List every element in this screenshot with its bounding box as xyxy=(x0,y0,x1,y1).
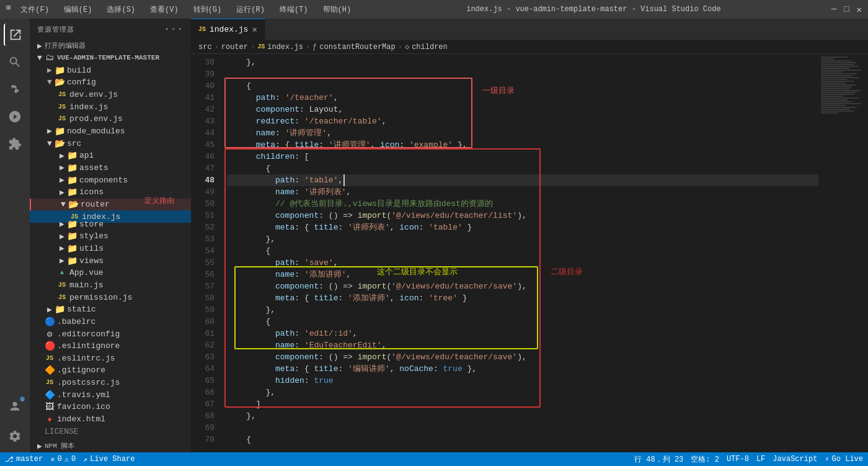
tab-close-button[interactable]: ✕ xyxy=(252,24,257,35)
dev-env-label: dev.env.js xyxy=(69,90,118,99)
ln-60: 60 xyxy=(191,316,215,328)
breadcrumb-src[interactable]: src xyxy=(198,43,212,52)
activity-account[interactable]: 3 xyxy=(4,395,26,418)
mini-line-5 xyxy=(821,64,854,65)
gitignore-label: .gitignore xyxy=(57,365,105,375)
editorconfig-icon: ⚙ xyxy=(45,329,55,339)
tree-item-api[interactable]: ▶ 📁 api xyxy=(30,150,191,162)
activity-source-control[interactable] xyxy=(4,78,26,101)
status-bar: ⎇ master ✕ 0 ⚠ 0 ↗ Live Share 行 48，列 23 … xyxy=(0,452,868,466)
folder-icon: 📁 xyxy=(55,65,64,75)
activity-explorer[interactable] xyxy=(4,24,26,46)
project-root[interactable]: ▼ 🗂 VUE-ADMIN-TEMPLATE-MASTER xyxy=(30,52,191,65)
tab-index-js[interactable]: JS index.js ✕ xyxy=(191,19,265,40)
tree-item-babelrc[interactable]: 🔵 .babelrc xyxy=(30,316,191,328)
tree-item-permission[interactable]: JS permission.js xyxy=(30,291,191,303)
tree-item-gitignore[interactable]: 🔶 .gitignore xyxy=(30,364,191,377)
tree-item-prod-env[interactable]: JS prod.env.js xyxy=(30,113,191,125)
html-icon: ◆ xyxy=(45,414,55,424)
menu-run[interactable]: 运行(R) xyxy=(231,3,270,16)
gitignore-icon: 🔶 xyxy=(45,365,55,375)
ln-59: 59 xyxy=(191,304,215,316)
tree-item-src[interactable]: ▼ 📂 src xyxy=(30,137,191,150)
code-content[interactable]: 一级目录 二级目录 这个二级目录不会显示 }, xyxy=(222,54,818,448)
spaces-item[interactable]: 空格: 2 xyxy=(691,454,719,465)
tree-item-main-js[interactable]: JS main.js xyxy=(30,279,191,292)
menu-view[interactable]: 查看(V) xyxy=(145,3,184,16)
cursor-position-item[interactable]: 行 48，列 23 xyxy=(634,454,683,465)
babelrc-icon: 🔵 xyxy=(45,316,55,326)
open-editors-section[interactable]: ▶ 打开的编辑器 xyxy=(30,40,191,52)
static-label: static xyxy=(67,305,96,314)
mini-line-15 xyxy=(821,83,846,84)
menu-goto[interactable]: 转到(G) xyxy=(188,3,227,16)
menu-edit[interactable]: 编辑(E) xyxy=(59,3,97,16)
titlebar-left: ⊞ 文件(F) 编辑(E) 选择(S) 查看(V) 转到(G) 运行(R) 终端… xyxy=(6,3,356,16)
npm-section[interactable]: ▶ NPM 脚本 xyxy=(30,440,191,452)
components-label: components xyxy=(79,176,128,185)
tree-item-store[interactable]: ▶ 📁 store xyxy=(30,218,191,230)
maximize-button[interactable]: □ xyxy=(844,4,849,15)
breadcrumb-children[interactable]: children xyxy=(412,43,448,52)
code-line-45: meta: { title: '讲师管理', icon: 'example' }… xyxy=(227,139,818,151)
minimize-button[interactable]: ─ xyxy=(831,4,836,15)
tree-item-config[interactable]: ▼ 📂 config xyxy=(30,76,191,89)
line-numbers: 38 39 40 41 42 43 44 45 46 47 48 49 50 5… xyxy=(191,54,222,448)
code-line-50: // @代表当前目录.,views目录是用来放路由dest的资源的 xyxy=(227,198,818,210)
breadcrumb-constant-router[interactable]: constantRouterMap xyxy=(319,43,395,52)
icons-folder-icon: 📁 xyxy=(67,187,77,197)
breadcrumb-index-js[interactable]: index.js xyxy=(267,43,303,52)
tree-item-eslintignore[interactable]: 🔴 .eslintignore xyxy=(30,340,191,352)
activity-debug[interactable] xyxy=(4,105,26,128)
git-branch-item[interactable]: ⎇ master xyxy=(5,455,43,464)
menu-help[interactable]: 帮助(H) xyxy=(318,3,356,16)
tree-item-travis[interactable]: 🔷 .travis.yml xyxy=(30,388,191,401)
tree-item-editorconfig[interactable]: ⚙ .editorconfig xyxy=(30,328,191,340)
go-live-item[interactable]: ⚡ Go Live xyxy=(825,454,863,465)
vscode-icon: ⊞ xyxy=(6,3,11,16)
ln-50: 50 xyxy=(191,198,215,210)
tree-item-postcss[interactable]: JS .postcssrc.js xyxy=(30,377,191,389)
tree-item-views[interactable]: ▶ 📁 views xyxy=(30,254,191,267)
tree-item-components[interactable]: ▶ 📁 components xyxy=(30,174,191,186)
activity-extensions[interactable] xyxy=(4,133,26,155)
activity-settings[interactable] xyxy=(4,425,26,447)
license-label: LICENSE xyxy=(45,427,79,436)
tree-item-app-vue[interactable]: ▲ App.vue xyxy=(30,267,191,279)
babelrc-label: .babelrc xyxy=(57,317,95,326)
tree-item-icons[interactable]: ▶ 📁 icons xyxy=(30,186,191,199)
breadcrumb-router[interactable]: router xyxy=(221,43,248,52)
tree-item-eslintrc[interactable]: JS .eslintrc.js xyxy=(30,352,191,365)
tree-item-config-index[interactable]: JS index.js xyxy=(30,101,191,113)
sidebar-more-button[interactable]: ··· xyxy=(164,24,184,35)
language-item[interactable]: JavaScript xyxy=(773,454,817,465)
titlebar: ⊞ 文件(F) 编辑(E) 选择(S) 查看(V) 转到(G) 运行(R) 终端… xyxy=(0,0,868,19)
line-ending-item[interactable]: LF xyxy=(756,454,765,465)
live-share-item[interactable]: ↗ Live Share xyxy=(83,455,135,464)
config-index-label: index.js xyxy=(69,102,108,112)
window-controls[interactable]: ─ □ ✕ xyxy=(831,4,862,15)
ln-63: 63 xyxy=(191,351,215,363)
activity-search[interactable] xyxy=(4,51,26,73)
menu-terminal[interactable]: 终端(T) xyxy=(275,3,313,16)
tree-item-build[interactable]: ▶ 📁 build xyxy=(30,64,191,76)
tree-item-favicon[interactable]: 🖼 favicon.ico xyxy=(30,401,191,413)
close-button[interactable]: ✕ xyxy=(857,4,862,15)
tree-item-assets[interactable]: ▶ 📁 assets xyxy=(30,162,191,174)
encoding-item[interactable]: UTF-8 xyxy=(727,454,749,465)
tree-item-dev-env[interactable]: JS dev.env.js xyxy=(30,89,191,101)
utils-folder-icon: 📁 xyxy=(67,243,77,253)
mini-line-17 xyxy=(821,86,852,87)
editor[interactable]: 38 39 40 41 42 43 44 45 46 47 48 49 50 5… xyxy=(191,54,818,452)
tree-item-index-html[interactable]: ◆ index.html xyxy=(30,413,191,426)
menu-file[interactable]: 文件(F) xyxy=(16,3,54,16)
tree-item-static[interactable]: ▶ 📁 static xyxy=(30,303,191,316)
tree-item-license[interactable]: LICENSE xyxy=(30,425,191,437)
tree-item-utils[interactable]: ▶ 📁 utils xyxy=(30,243,191,255)
errors-item[interactable]: ✕ 0 ⚠ 0 xyxy=(50,455,76,464)
tree-item-node-modules[interactable]: ▶ 📁 node_modules xyxy=(30,125,191,138)
tree-item-styles[interactable]: ▶ 📁 styles xyxy=(30,230,191,243)
menu-select[interactable]: 选择(S) xyxy=(102,3,140,16)
mini-line-26 xyxy=(821,103,861,104)
mini-line-7 xyxy=(821,68,850,69)
